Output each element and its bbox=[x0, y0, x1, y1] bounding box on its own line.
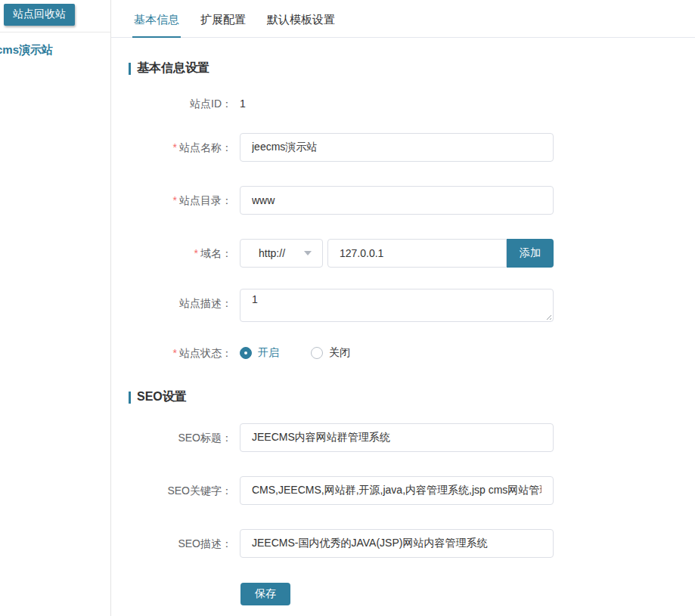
main-content: 基本信息 扩展配置 默认模板设置 基本信息设置 站点ID： 1 *站点名称： *… bbox=[111, 0, 695, 616]
tab-basic-info[interactable]: 基本信息 bbox=[132, 13, 181, 38]
section-seo: SEO设置 bbox=[129, 389, 695, 405]
site-status-radio-group: 开启 关闭 bbox=[240, 346, 350, 360]
required-asterisk: * bbox=[194, 247, 198, 259]
row-domain: *域名： http:// 添加 bbox=[111, 239, 695, 268]
tab-extended-config[interactable]: 扩展配置 bbox=[199, 13, 247, 38]
radio-unselected-icon bbox=[311, 347, 323, 359]
domain-label: *域名： bbox=[111, 246, 232, 261]
seo-keywords-label: SEO关键字： bbox=[111, 483, 232, 498]
section-basic-info: 基本信息设置 bbox=[129, 60, 695, 76]
seo-desc-label: SEO描述： bbox=[111, 536, 232, 551]
row-seo-title: SEO标题： bbox=[111, 423, 695, 452]
section-accent-bar bbox=[129, 63, 131, 75]
site-id-value: 1 bbox=[240, 98, 246, 110]
tab-default-template[interactable]: 默认模板设置 bbox=[265, 13, 337, 38]
row-seo-keywords: SEO关键字： bbox=[111, 476, 695, 505]
radio-status-on[interactable]: 开启 bbox=[240, 346, 279, 360]
protocol-selected-value: http:// bbox=[259, 247, 285, 259]
required-asterisk: * bbox=[173, 194, 177, 206]
domain-controls: http:// 添加 bbox=[240, 239, 554, 268]
radio-status-off[interactable]: 关闭 bbox=[311, 346, 350, 360]
site-desc-textarea[interactable]: 1 bbox=[240, 289, 554, 322]
domain-input-group: 添加 bbox=[327, 239, 554, 268]
site-settings-page: 站点回收站 cms演示站 基本信息 扩展配置 默认模板设置 基本信息设置 站点I… bbox=[0, 0, 695, 616]
required-asterisk: * bbox=[173, 347, 177, 359]
resize-handle[interactable] bbox=[545, 313, 551, 320]
seo-title-label: SEO标题： bbox=[111, 430, 232, 445]
radio-on-label: 开启 bbox=[258, 346, 279, 360]
radio-selected-icon bbox=[240, 347, 252, 359]
radio-off-label: 关闭 bbox=[329, 346, 350, 360]
sidebar: 站点回收站 cms演示站 bbox=[0, 0, 111, 616]
site-recycle-bin-button[interactable]: 站点回收站 bbox=[4, 4, 75, 26]
site-dir-label: *站点目录： bbox=[111, 193, 232, 208]
row-site-desc: 站点描述： 1 bbox=[111, 289, 695, 322]
site-id-label: 站点ID： bbox=[111, 96, 232, 111]
site-name-input[interactable] bbox=[240, 133, 554, 162]
add-domain-button[interactable]: 添加 bbox=[507, 239, 554, 268]
row-site-dir: *站点目录： bbox=[111, 186, 695, 215]
section-basic-title: 基本信息设置 bbox=[137, 60, 209, 76]
seo-title-input[interactable] bbox=[240, 423, 554, 452]
site-desc-label: 站点描述： bbox=[111, 296, 232, 311]
sidebar-divider bbox=[0, 32, 110, 33]
row-seo-desc: SEO描述： bbox=[111, 529, 695, 558]
row-save: 保存 bbox=[111, 583, 695, 605]
section-accent-bar bbox=[129, 392, 131, 404]
domain-input[interactable] bbox=[327, 239, 507, 268]
site-status-label: *站点状态： bbox=[111, 345, 232, 361]
seo-keywords-input[interactable] bbox=[240, 476, 554, 505]
row-site-name: *站点名称： bbox=[111, 133, 695, 162]
save-button[interactable]: 保存 bbox=[240, 583, 290, 605]
site-dir-input[interactable] bbox=[240, 186, 554, 215]
row-site-status: *站点状态： 开启 关闭 bbox=[111, 345, 695, 361]
site-desc-value: 1 bbox=[252, 293, 258, 305]
required-asterisk: * bbox=[173, 141, 177, 153]
protocol-select[interactable]: http:// bbox=[240, 239, 323, 268]
tab-bar: 基本信息 扩展配置 默认模板设置 bbox=[111, 0, 695, 38]
chevron-down-icon bbox=[304, 251, 312, 255]
site-name-label: *站点名称： bbox=[111, 140, 232, 155]
row-site-id: 站点ID： 1 bbox=[111, 96, 695, 111]
section-seo-title: SEO设置 bbox=[137, 389, 187, 405]
sidebar-item-site[interactable]: cms演示站 bbox=[0, 43, 110, 57]
seo-desc-input[interactable] bbox=[240, 529, 554, 558]
